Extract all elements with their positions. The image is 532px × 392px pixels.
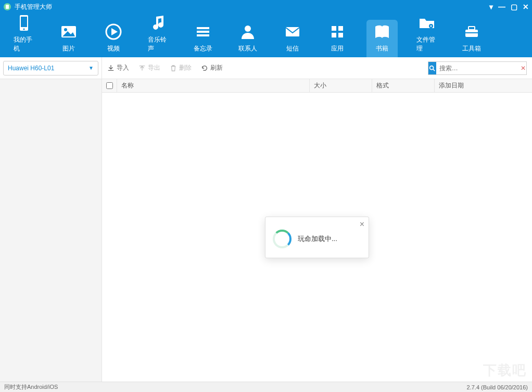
action-toolbar: 导入 导出 删除 刷新 ✕ — [102, 57, 532, 79]
left-sidebar — [0, 79, 102, 382]
svg-rect-13 — [332, 26, 336, 31]
nav-label: 视频 — [107, 44, 120, 53]
window-close-button[interactable]: ✕ — [523, 3, 529, 10]
nav-sms[interactable]: 短信 — [277, 20, 308, 57]
nav-label: 文件管理 — [416, 35, 437, 53]
loading-dialog: × 玩命加载中... — [265, 217, 369, 258]
nav-label: 我的手机 — [14, 35, 34, 53]
play-icon — [104, 22, 123, 41]
column-size[interactable]: 大小 — [309, 79, 372, 92]
refresh-button[interactable]: 刷新 — [201, 64, 223, 72]
table-body: × 玩命加载中... 下载吧 — [102, 93, 532, 382]
svg-point-18 — [430, 26, 432, 27]
window-maximize-button[interactable]: ▢ — [511, 3, 517, 10]
image-icon — [59, 22, 78, 41]
loading-text: 玩命加载中... — [298, 234, 337, 244]
status-left: 同时支持Android/iOS — [4, 383, 58, 391]
search-icon[interactable] — [428, 62, 436, 74]
svg-point-6 — [64, 28, 67, 31]
nav-videos[interactable]: 视频 — [98, 20, 129, 57]
chevron-down-icon: ▼ — [88, 65, 94, 71]
nav-label: 应用 — [331, 44, 344, 53]
refresh-icon — [201, 65, 208, 72]
svg-rect-8 — [197, 27, 209, 29]
content-pane: 名称 大小 格式 添加日期 × 玩命加载中... 下载吧 — [102, 79, 532, 382]
sub-toolbar: Huawei H60-L01 ▼ 导入 导出 删除 刷新 ✕ — [0, 57, 532, 79]
search-input[interactable] — [436, 65, 521, 72]
nav-label: 短信 — [286, 44, 299, 53]
window-minimize-button[interactable]: — — [498, 3, 505, 10]
nav-label: 书籍 — [376, 44, 388, 53]
svg-rect-12 — [286, 27, 299, 36]
search-box: ✕ — [428, 61, 527, 75]
spinner-icon — [273, 230, 292, 248]
nav-label: 联系人 — [238, 44, 257, 53]
nav-label: 图片 — [62, 44, 75, 53]
svg-point-11 — [245, 26, 251, 32]
nav-contacts[interactable]: 联系人 — [232, 20, 263, 57]
music-icon — [149, 14, 168, 32]
nav-books[interactable]: 书籍 — [366, 20, 398, 57]
column-format[interactable]: 格式 — [372, 79, 434, 92]
svg-rect-20 — [468, 27, 475, 30]
grid-icon — [328, 22, 347, 41]
refresh-label: 刷新 — [210, 64, 223, 72]
book-icon — [373, 22, 391, 41]
svg-point-4 — [23, 28, 24, 30]
device-selector-area: Huawei H60-L01 ▼ — [0, 57, 102, 79]
trash-icon — [170, 65, 177, 72]
export-button: 导出 — [138, 64, 160, 72]
nav-label: 工具箱 — [462, 44, 481, 53]
svg-rect-3 — [21, 17, 27, 27]
svg-rect-16 — [338, 33, 343, 37]
nav-my-phone[interactable]: 我的手机 — [8, 20, 40, 57]
svg-rect-9 — [197, 31, 209, 33]
svg-rect-10 — [197, 34, 209, 36]
nav-tools[interactable]: 工具箱 — [456, 20, 487, 57]
import-label: 导入 — [117, 64, 129, 72]
import-icon — [107, 65, 115, 72]
table-header: 名称 大小 格式 添加日期 — [102, 79, 532, 93]
folder-gear-icon — [417, 14, 436, 32]
delete-button: 删除 — [170, 64, 192, 72]
svg-rect-15 — [332, 33, 336, 37]
mail-icon — [283, 22, 302, 41]
svg-point-22 — [430, 66, 434, 69]
app-title: 手机管理大师 — [15, 3, 52, 11]
watermark: 下载吧 — [483, 361, 527, 380]
nav-apps[interactable]: 应用 — [322, 20, 353, 57]
person-icon — [238, 22, 257, 41]
column-date-added[interactable]: 添加日期 — [434, 79, 532, 92]
import-button[interactable]: 导入 — [107, 64, 129, 72]
delete-label: 删除 — [179, 64, 192, 72]
status-bar: 同时支持Android/iOS 2.7.4 (Build 06/20/2016) — [0, 382, 532, 392]
export-label: 导出 — [148, 64, 160, 72]
svg-rect-14 — [338, 26, 343, 31]
window-menu-button[interactable]: ▾ — [489, 3, 493, 10]
nav-label: 备忘录 — [194, 44, 212, 53]
nav-music[interactable]: 音乐铃声 — [143, 20, 174, 57]
select-all-cell — [102, 82, 117, 89]
phone-icon — [15, 14, 33, 32]
status-version: 2.7.4 (Build 06/20/2016) — [467, 384, 528, 390]
main-nav: 我的手机 图片 视频 音乐铃声 备忘录 联系人 短信 应用 书籍 文件管理 工具… — [0, 14, 532, 57]
list-icon — [194, 22, 212, 41]
search-clear-button[interactable]: ✕ — [521, 65, 526, 72]
export-icon — [138, 65, 146, 72]
main-area: 名称 大小 格式 添加日期 × 玩命加载中... 下载吧 — [0, 79, 532, 382]
app-icon — [3, 3, 11, 11]
nav-notes[interactable]: 备忘录 — [187, 20, 219, 57]
nav-photos[interactable]: 图片 — [53, 20, 84, 57]
nav-label: 音乐铃声 — [148, 35, 169, 53]
select-all-checkbox[interactable] — [106, 82, 113, 89]
svg-rect-1 — [6, 5, 9, 9]
svg-rect-21 — [465, 32, 478, 33]
window-controls: ▾ — ▢ ✕ — [489, 3, 529, 10]
title-bar: 手机管理大师 ▾ — ▢ ✕ — [0, 0, 532, 14]
nav-files[interactable]: 文件管理 — [411, 20, 442, 57]
device-selector[interactable]: Huawei H60-L01 ▼ — [3, 61, 98, 75]
device-name: Huawei H60-L01 — [8, 65, 54, 72]
toolbox-icon — [462, 22, 481, 41]
dialog-close-button[interactable]: × — [360, 220, 364, 229]
column-name[interactable]: 名称 — [117, 79, 309, 92]
